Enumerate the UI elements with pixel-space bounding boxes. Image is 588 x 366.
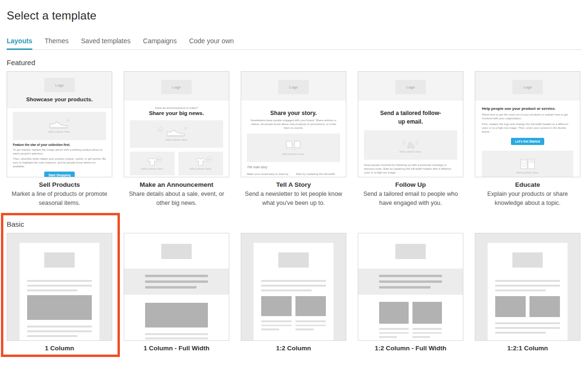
page-title: Select a template: [7, 9, 581, 23]
tell-a-story-preview[interactable]: Logo Share your story. Newsletters keep …: [241, 71, 346, 177]
full-width-band: [124, 269, 229, 295]
follow-up-preview[interactable]: Logo Send a tailored follow-up email. Ad…: [358, 71, 463, 177]
preview-header: Logo: [124, 72, 229, 100]
sell-products-preview[interactable]: Logo Showcase your products. Add a photo: [7, 71, 112, 177]
card-tell-a-story: Logo Share your story. Newsletters keep …: [241, 71, 346, 208]
make-announcement-preview[interactable]: Logo Have an announcement to make? Share…: [124, 71, 229, 177]
preview-paragraph: First, replace the logo and change the f…: [482, 122, 573, 134]
photo-placeholder-label: Add a photo here.: [282, 153, 305, 155]
preview-intro: Newsletters keep people engaged with you…: [247, 118, 340, 130]
one-two-one-column-preview[interactable]: [475, 233, 580, 341]
tab-saved-templates[interactable]: Saved templates: [81, 37, 130, 49]
featured-heading: Featured: [7, 58, 581, 67]
logo-shape: [44, 252, 75, 268]
featured-cards-row: Logo Showcase your products. Add a photo: [7, 71, 581, 208]
card-description: Market a line of products or promote sea…: [7, 190, 112, 208]
template-tabs: Layouts Themes Saved templates Campaigns…: [7, 37, 581, 50]
preview-column-text: Start by replacing the full-width header…: [296, 172, 340, 177]
card-title: Make an Announcement: [124, 181, 229, 188]
preview-heading: Share your story.: [247, 110, 340, 116]
photo-placeholder-label: Add a photo here.: [189, 167, 212, 170]
preview-body: Add a photo here. Feature the star of yo…: [7, 108, 112, 177]
card-1-2-column: 1:2 Column: [241, 233, 346, 352]
photo-placeholder: 70% Add a photo here.: [130, 120, 223, 148]
card-title: 1:2:1 Column: [475, 345, 580, 352]
full-width-band: [358, 269, 463, 295]
preview-body: Send a tailored follow-up email. Add a p…: [358, 100, 463, 177]
lets-get-started-button[interactable]: Let's Get Started: [511, 138, 544, 145]
card-title: Follow Up: [358, 181, 463, 188]
logo-placeholder: Logo: [161, 80, 192, 94]
card-educate: Logo Help people use your product or ser…: [475, 71, 580, 208]
col2-text: Start by replacing the full-width header…: [296, 173, 336, 177]
logo-placeholder: Logo: [278, 80, 309, 94]
photo-placeholder-label: Add a photo here.: [48, 130, 71, 133]
card-follow-up: Logo Send a tailored follow-up email. Ad…: [358, 71, 463, 208]
preview-body: Have an announcement to make? Share your…: [124, 100, 229, 175]
photos-icon: [284, 140, 303, 152]
preview-column-text: Make your email easy to scan by leading …: [247, 172, 291, 177]
preview-paragraph: To get started, replace the image above …: [13, 148, 106, 155]
logo-shape: [278, 252, 309, 268]
tab-campaigns[interactable]: Campaigns: [143, 37, 177, 49]
card-title: 1:2 Column: [241, 345, 346, 352]
photo-placeholder: Add a photo here.: [364, 130, 457, 160]
story-label: The main story: [247, 165, 340, 170]
image-block-shape: [529, 296, 560, 317]
preview-paragraph: Then, describe what makes your product u…: [13, 157, 106, 168]
photo-placeholder-label: Add a photo here.: [516, 171, 539, 174]
logo-shape: [161, 244, 192, 259]
image-block-shape: [412, 302, 442, 324]
image-block-shape: [495, 296, 526, 317]
photo-placeholder-label: Add a photo here.: [141, 167, 164, 170]
image-block-shape: [379, 302, 409, 324]
card-1-column: 1 Column: [7, 233, 112, 352]
logo-placeholder: Logo: [44, 78, 75, 92]
preview-header: Logo Showcase your products.: [7, 72, 112, 108]
logo-shape: [512, 252, 543, 268]
card-title: 1:2 Column - Full Width: [358, 345, 463, 352]
tab-code-your-own[interactable]: Code your own: [189, 37, 234, 49]
featured-section: Featured Logo Showcase your products.: [7, 58, 581, 208]
preview-heading: Share your big news.: [130, 110, 223, 116]
photo-placeholder: Add a photo here.: [482, 151, 573, 177]
educate-preview[interactable]: Logo Help people use your product or ser…: [475, 71, 580, 177]
select-template-page: Select a template Layouts Themes Saved t…: [0, 9, 588, 366]
shoe-icon: [49, 119, 70, 129]
card-description: Send a tailored email to people who have…: [358, 190, 463, 208]
photo-placeholder: Add a photo here.: [247, 134, 340, 162]
photo-placeholder-label: Add a photo here.: [399, 150, 422, 153]
bold-lead: If you sell things,: [364, 177, 387, 177]
tab-layouts[interactable]: Layouts: [7, 37, 32, 50]
card-description: Send a newsletter to let people know wha…: [241, 190, 346, 208]
image-block-shape: [27, 295, 92, 320]
preview-intro: Have an announcement to make?: [130, 106, 223, 110]
preview-heading: Help people use your product or service.: [482, 106, 573, 111]
image-block-shape: [295, 296, 326, 316]
card-title: 1 Column - Full Width: [124, 345, 229, 352]
preview-paragraph: Keep people involved by following up wit…: [364, 163, 457, 174]
logo-placeholder: Logo: [512, 80, 543, 94]
preview-paragraph: If you sell things, welcome new customer…: [364, 176, 457, 177]
one-column-full-width-preview[interactable]: [124, 233, 229, 341]
preview-heading: Showcase your products.: [7, 96, 112, 102]
waving-hand-icon: [402, 137, 419, 149]
card-make-announcement: Logo Have an announcement to make? Share…: [124, 71, 229, 208]
card-1-2-1-column: 1:2:1 Column: [475, 233, 580, 352]
card-title: Educate: [475, 181, 580, 188]
preview-body: Help people use your product or service.…: [475, 100, 580, 177]
preview-header: Logo: [358, 72, 463, 100]
logo-placeholder: Logo: [395, 80, 426, 94]
tab-themes[interactable]: Themes: [45, 37, 69, 49]
one-column-preview[interactable]: [7, 233, 112, 341]
one-two-column-preview[interactable]: [241, 233, 346, 341]
basic-heading: Basic: [7, 220, 581, 228]
one-two-column-full-width-preview[interactable]: [358, 233, 463, 341]
card-1-2-column-full-width: 1:2 Column - Full Width: [358, 233, 463, 352]
card-description: Explain your products or share knowledge…: [475, 190, 580, 208]
card-title: Tell A Story: [241, 181, 346, 188]
start-shopping-button[interactable]: Start Shopping: [44, 172, 75, 177]
preview-body: Share your story. Newsletters keep peopl…: [241, 100, 346, 177]
card-1-column-full-width: 1 Column - Full Width: [124, 233, 229, 352]
discount-badge: 50%: [157, 156, 162, 162]
